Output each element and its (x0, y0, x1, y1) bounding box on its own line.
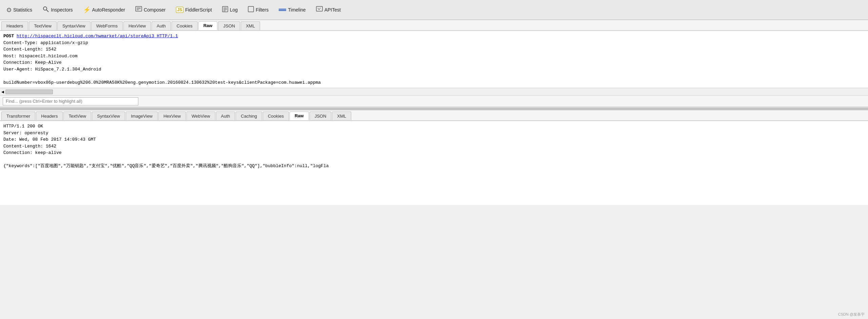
tab-req-webforms[interactable]: WebForms (91, 21, 123, 30)
toolbar-fiddlerscript[interactable]: JS FiddlerScript (171, 3, 217, 17)
scroll-left-arrow[interactable]: ◀ (1, 89, 4, 95)
tab-req-cookies[interactable]: Cookies (172, 21, 198, 30)
timeline-icon (279, 6, 286, 14)
toolbar-fiddlerscript-label: FiddlerScript (185, 7, 212, 13)
response-content: HTTP/1.1 200 OK Server: openresty Date: … (0, 121, 868, 172)
svg-point-0 (43, 7, 47, 10)
autoresponder-icon: ⚡ (83, 6, 91, 14)
tab-res-webview[interactable]: WebView (186, 112, 215, 120)
tab-res-hexview[interactable]: HexView (158, 112, 186, 120)
toolbar-inspectors[interactable]: Inspectors (37, 3, 78, 17)
toolbar-statistics[interactable]: ⊙ Statistics (1, 3, 37, 17)
svg-line-1 (46, 10, 48, 12)
tab-res-cookies[interactable]: Cookies (263, 112, 289, 120)
toolbar-log-label: Log (230, 7, 238, 13)
tab-res-imageview[interactable]: ImageView (126, 112, 158, 120)
toolbar-statistics-label: Statistics (13, 7, 32, 13)
apitest-icon (316, 6, 323, 14)
tab-res-syntaxview[interactable]: SyntaxView (92, 112, 125, 120)
svg-line-16 (319, 8, 320, 10)
request-panel: Headers TextView SyntaxView WebForms Hex… (0, 20, 868, 108)
toolbar-filters[interactable]: Filters (243, 3, 274, 17)
response-status: HTTP/1.1 200 OK (3, 124, 43, 129)
tab-req-auth[interactable]: Auth (152, 21, 171, 30)
response-panel: Transformer Headers TextView SyntaxView … (0, 110, 868, 205)
tab-req-raw[interactable]: Raw (198, 21, 218, 30)
tab-req-xml[interactable]: XML (241, 21, 260, 30)
request-method: POST (3, 34, 17, 39)
find-bar (0, 95, 868, 107)
response-headers: Server: openresty Date: Wed, 08 Feb 2017… (3, 131, 96, 156)
tab-req-textview[interactable]: TextView (29, 21, 57, 30)
svg-rect-11 (248, 6, 254, 12)
log-icon (222, 6, 228, 14)
tab-res-caching[interactable]: Caching (236, 112, 262, 120)
filters-icon (248, 6, 254, 14)
scrollbar-thumb[interactable] (5, 89, 53, 94)
tab-res-raw[interactable]: Raw (290, 112, 309, 120)
toolbar-timeline-label: Timeline (288, 7, 305, 13)
tab-res-xml[interactable]: XML (332, 112, 351, 120)
composer-icon (135, 6, 142, 14)
toolbar-inspectors-label: Inspectors (51, 7, 73, 13)
tab-req-syntaxview[interactable]: SyntaxView (57, 21, 91, 30)
tab-res-transformer[interactable]: Transformer (1, 112, 35, 120)
statistics-icon: ⊙ (6, 6, 12, 14)
toolbar: ⊙ Statistics Inspectors ⚡ AutoResponder … (0, 0, 868, 20)
find-input[interactable] (3, 97, 138, 105)
request-content: POST http://hispaceclt.hicloud.com/hwmar… (0, 31, 868, 88)
request-tab-bar: Headers TextView SyntaxView WebForms Hex… (0, 20, 868, 31)
tab-req-headers[interactable]: Headers (1, 21, 28, 30)
toolbar-timeline[interactable]: Timeline (274, 3, 311, 17)
request-headers: Content-Type: application/x-gzip Content… (3, 40, 101, 72)
tab-res-textview[interactable]: TextView (63, 112, 91, 120)
tab-res-headers[interactable]: Headers (36, 112, 63, 120)
response-body: {"keywords":["百度地图","万能钥匙","支付宝","优酷","Q… (3, 163, 329, 168)
toolbar-composer[interactable]: Composer (130, 3, 171, 17)
fiddlerscript-icon: JS (176, 7, 184, 13)
request-scrollbar[interactable]: ◀ (0, 88, 868, 95)
toolbar-apitest[interactable]: APITest (311, 3, 346, 17)
toolbar-apitest-label: APITest (324, 7, 341, 13)
request-body: buildNumber=vbox86p-userdebug%206.0%20MR… (3, 80, 321, 85)
toolbar-log[interactable]: Log (217, 3, 243, 17)
svg-rect-14 (316, 6, 322, 11)
watermark: CSDN @发条宇 (838, 312, 865, 317)
request-url[interactable]: http://hispaceclt.hicloud.com/hwmarket/a… (17, 34, 178, 39)
toolbar-autoresponder-label: AutoResponder (92, 7, 125, 13)
tab-req-json[interactable]: JSON (218, 21, 240, 30)
inspectors-icon (42, 6, 49, 14)
svg-line-15 (318, 8, 319, 10)
response-tab-bar: Transformer Headers TextView SyntaxView … (0, 110, 868, 121)
toolbar-filters-label: Filters (256, 7, 269, 13)
toolbar-composer-label: Composer (144, 7, 166, 13)
tab-res-auth[interactable]: Auth (216, 112, 235, 120)
toolbar-autoresponder[interactable]: ⚡ AutoResponder (78, 3, 130, 17)
tab-req-hexview[interactable]: HexView (123, 21, 151, 30)
tab-res-json[interactable]: JSON (310, 112, 332, 120)
